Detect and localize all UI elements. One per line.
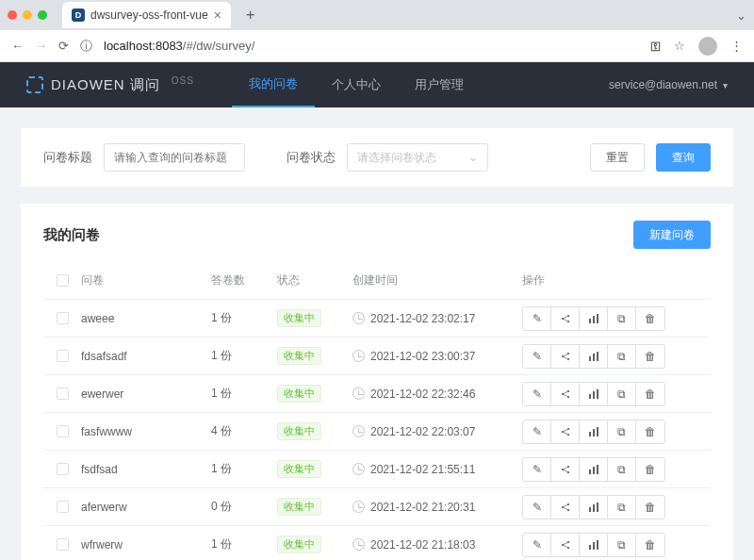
edit-icon[interactable]: ✎: [523, 345, 551, 368]
select-placeholder: 请选择问卷状态: [357, 150, 436, 166]
profile-avatar[interactable]: [698, 37, 717, 56]
user-email-text: service@diaowen.net: [609, 78, 717, 91]
stats-icon[interactable]: [580, 307, 608, 330]
url-field[interactable]: localhost:8083/#/dw/survey/: [104, 39, 639, 53]
delete-icon[interactable]: 🗑: [636, 534, 664, 556]
close-icon[interactable]: ×: [214, 8, 221, 23]
nav-item[interactable]: 我的问卷: [232, 62, 315, 107]
row-checkbox[interactable]: [57, 387, 69, 400]
clock-icon: [352, 312, 365, 324]
copy-icon[interactable]: ⧉: [608, 420, 636, 443]
status-badge: 收集中: [277, 535, 321, 553]
share-icon[interactable]: [551, 307, 580, 330]
reset-button[interactable]: 重置: [590, 143, 645, 172]
filter-status-select[interactable]: 请选择问卷状态 ⌄: [347, 143, 488, 172]
new-survey-button[interactable]: 新建问卷: [633, 221, 711, 249]
copy-icon[interactable]: ⧉: [608, 307, 636, 330]
edit-icon[interactable]: ✎: [523, 420, 551, 443]
survey-name[interactable]: aferwerw: [81, 501, 211, 514]
user-menu[interactable]: service@diaowen.net ▾: [609, 78, 728, 91]
share-icon[interactable]: [551, 458, 580, 481]
window-min-dot[interactable]: [23, 10, 32, 20]
row-checkbox[interactable]: [57, 463, 69, 475]
delete-icon[interactable]: 🗑: [636, 420, 664, 443]
col-name: 问卷: [81, 272, 211, 288]
col-ops: 操作: [522, 272, 711, 288]
survey-name[interactable]: aweee: [81, 312, 211, 325]
window-close-dot[interactable]: [8, 10, 17, 20]
copy-icon[interactable]: ⧉: [608, 534, 636, 556]
nav-reload-icon[interactable]: ⟳: [58, 39, 69, 53]
delete-icon[interactable]: 🗑: [636, 383, 664, 405]
share-icon[interactable]: [551, 345, 580, 368]
svg-rect-37: [589, 469, 591, 474]
edit-icon[interactable]: ✎: [523, 496, 551, 519]
delete-icon[interactable]: 🗑: [636, 458, 664, 481]
site-info-icon[interactable]: ⓘ: [80, 38, 92, 55]
edit-icon[interactable]: ✎: [523, 458, 551, 481]
svg-rect-6: [593, 316, 595, 323]
status-badge: 收集中: [277, 309, 321, 327]
svg-line-12: [563, 356, 567, 358]
copy-icon[interactable]: ⧉: [608, 345, 636, 368]
stats-icon[interactable]: [580, 345, 608, 368]
survey-name[interactable]: fasfwwww: [81, 425, 211, 438]
edit-icon[interactable]: ✎: [523, 307, 551, 330]
stats-icon[interactable]: [580, 383, 608, 405]
row-checkbox[interactable]: [57, 350, 69, 362]
nav-item[interactable]: 用户管理: [398, 62, 481, 107]
copy-icon[interactable]: ⧉: [608, 496, 636, 519]
share-icon[interactable]: [551, 496, 580, 519]
svg-rect-23: [597, 389, 598, 399]
copy-icon[interactable]: ⧉: [608, 458, 636, 481]
row-actions: ✎⧉🗑: [522, 457, 665, 482]
survey-name[interactable]: fsdfsad: [81, 463, 211, 476]
stats-icon[interactable]: [580, 496, 608, 519]
stats-icon[interactable]: [580, 420, 608, 443]
share-icon[interactable]: [551, 383, 580, 405]
svg-rect-47: [597, 502, 598, 512]
delete-icon[interactable]: 🗑: [636, 345, 664, 368]
stats-icon[interactable]: [580, 458, 608, 481]
row-checkbox[interactable]: [57, 501, 69, 513]
row-checkbox[interactable]: [57, 312, 69, 324]
stats-icon[interactable]: [580, 534, 608, 556]
chrome-menu-icon[interactable]: ⋮: [730, 39, 743, 53]
delete-icon[interactable]: 🗑: [636, 307, 664, 330]
url-host: localhost: [104, 39, 152, 53]
table-row: aweee1 份收集中2021-12-02 23:02:17✎⧉🗑: [43, 300, 711, 338]
window-max-dot[interactable]: [38, 10, 47, 20]
select-all-checkbox[interactable]: [57, 274, 69, 287]
bookmark-icon[interactable]: ☆: [674, 39, 685, 53]
tabs-overflow-icon[interactable]: ⌄: [736, 8, 746, 23]
nav-item[interactable]: 个人中心: [315, 62, 398, 107]
browser-tab[interactable]: D dwsurvey-oss-front-vue ×: [62, 2, 231, 28]
table-row: fdsafsadf1 份收集中2021-12-02 23:00:37✎⧉🗑: [43, 338, 711, 375]
created-time: 2021-12-02 21:20:31: [352, 501, 522, 514]
edit-icon[interactable]: ✎: [523, 383, 551, 405]
filter-bar: 问卷标题 问卷状态 请选择问卷状态 ⌄ 重置 查询: [21, 128, 733, 187]
table-row: fasfwwww4 份收集中2021-12-02 22:03:07✎⧉🗑: [43, 413, 711, 451]
filter-title-input[interactable]: [104, 143, 245, 172]
brand-logo[interactable]: DIAOWEN 调问 OSS: [26, 76, 194, 94]
search-button[interactable]: 查询: [656, 143, 711, 172]
col-status: 状态: [277, 272, 352, 288]
content-card: 我的问卷 新建问卷 问卷 答卷数 状态 创建时间 操作 aweee1 份收集中2…: [21, 204, 733, 560]
survey-name[interactable]: wfrwerw: [81, 538, 211, 552]
chevron-down-icon: ⌄: [468, 151, 478, 164]
nav-back-icon[interactable]: ←: [11, 39, 24, 53]
row-checkbox[interactable]: [57, 425, 69, 437]
key-icon[interactable]: ⚿: [650, 41, 661, 52]
share-icon[interactable]: [551, 420, 580, 443]
delete-icon[interactable]: 🗑: [636, 496, 664, 519]
share-icon[interactable]: [551, 534, 580, 556]
status-badge: 收集中: [277, 498, 321, 516]
clock-icon: [352, 501, 365, 513]
survey-name[interactable]: fdsafsadf: [81, 350, 211, 363]
copy-icon[interactable]: ⧉: [608, 383, 636, 405]
survey-name[interactable]: ewerwer: [81, 387, 211, 401]
new-tab-button[interactable]: +: [246, 7, 254, 24]
edit-icon[interactable]: ✎: [523, 534, 551, 556]
row-checkbox[interactable]: [57, 538, 69, 551]
svg-rect-54: [593, 542, 595, 550]
